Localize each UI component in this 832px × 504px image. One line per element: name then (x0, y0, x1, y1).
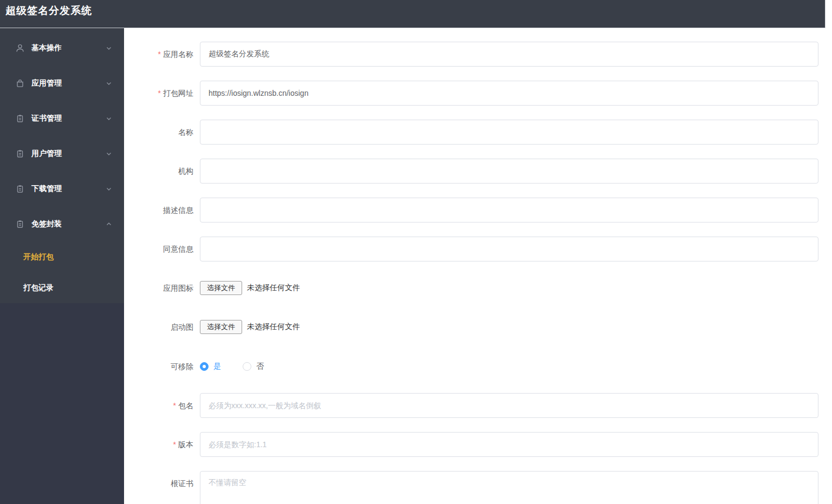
chevron-down-icon (106, 80, 112, 87)
package-name-input[interactable] (200, 393, 818, 418)
field-label: *打包网址 (124, 81, 200, 106)
radio-option-yes[interactable]: 是 (200, 362, 221, 371)
app-name-input[interactable] (200, 42, 818, 67)
form-row-package-url: *打包网址 (124, 81, 818, 106)
sidebar-subitem-label: 开始打包 (23, 252, 54, 262)
sidebar-item-label: 用户管理 (31, 149, 106, 159)
form-row-app-icon: 应用图标 选择文件 未选择任何文件 (124, 281, 818, 295)
radio-checked-icon (200, 362, 209, 371)
sidebar-item-label: 下载管理 (31, 184, 106, 194)
chevron-down-icon (106, 150, 112, 157)
root-cert-input[interactable] (200, 471, 818, 504)
form-row-root-cert: 根证书 (124, 471, 818, 504)
field-label: 描述信息 (124, 198, 200, 222)
form-row-version: *版本 (124, 432, 818, 457)
required-asterisk: * (173, 401, 176, 410)
description-input[interactable] (200, 198, 818, 222)
field-label: 机构 (124, 159, 200, 184)
form-row-name: 名称 (124, 120, 818, 145)
sidebar-subitem-package-records[interactable]: 打包记录 (0, 272, 124, 303)
main-content: *应用名称 *打包网址 名称 机构 描述信息 同意信息 应用图标 选择文件 (124, 28, 832, 504)
name-input[interactable] (200, 120, 818, 145)
clipboard-icon (15, 219, 25, 229)
form-row-organization: 机构 (124, 159, 818, 184)
chevron-down-icon (106, 45, 112, 51)
field-label: 应用图标 (124, 281, 200, 295)
chevron-down-icon (106, 115, 112, 122)
organization-input[interactable] (200, 159, 818, 184)
required-asterisk: * (158, 50, 161, 58)
radio-label: 否 (256, 362, 264, 371)
field-label: *版本 (124, 432, 200, 457)
field-label: 名称 (124, 120, 200, 145)
clipboard-icon (15, 149, 25, 159)
sidebar-item-label: 证书管理 (31, 114, 106, 123)
required-asterisk: * (173, 440, 176, 449)
sidebar-item-app-management[interactable]: 应用管理 (0, 66, 124, 101)
sidebar-item-label: 应用管理 (31, 78, 106, 88)
sidebar-subitem-start-package[interactable]: 开始打包 (0, 241, 124, 272)
package-url-input[interactable] (200, 81, 818, 106)
form-row-removable: 可移除 是 否 (124, 359, 818, 374)
form-row-package-name: *包名 (124, 393, 818, 418)
form-row-launch-image: 启动图 选择文件 未选择任何文件 (124, 320, 818, 334)
sidebar-menu: 基本操作 应用管理 证书管理 (0, 28, 124, 303)
file-status-text: 未选择任何文件 (247, 322, 300, 332)
user-icon (15, 43, 25, 53)
sidebar-subitem-label: 打包记录 (23, 283, 54, 293)
agreement-input[interactable] (200, 237, 818, 261)
sidebar: 基本操作 应用管理 证书管理 (0, 28, 124, 504)
sidebar-item-label: 免签封装 (31, 219, 106, 229)
required-asterisk: * (158, 89, 161, 97)
radio-label: 是 (213, 362, 221, 371)
choose-file-button[interactable]: 选择文件 (200, 281, 242, 295)
field-label: *包名 (124, 393, 200, 418)
version-input[interactable] (200, 432, 818, 457)
sidebar-item-download-management[interactable]: 下载管理 (0, 171, 124, 206)
field-label: 根证书 (124, 471, 200, 504)
field-label: 同意信息 (124, 237, 200, 261)
sidebar-item-cert-management[interactable]: 证书管理 (0, 101, 124, 136)
clipboard-icon (15, 114, 25, 123)
app-title: 超级签名分发系统 (5, 4, 92, 18)
file-status-text: 未选择任何文件 (247, 283, 300, 293)
chevron-down-icon (106, 186, 112, 192)
scrollbar-track[interactable] (825, 0, 832, 28)
chevron-up-icon (106, 221, 112, 227)
form-row-app-name: *应用名称 (124, 42, 818, 67)
sidebar-item-nosign-packaging[interactable]: 免签封装 (0, 206, 124, 241)
app-window: 超级签名分发系统 基本操作 应用管理 (0, 0, 832, 504)
radio-unchecked-icon (243, 362, 251, 371)
form-row-description: 描述信息 (124, 198, 818, 222)
field-label: 启动图 (124, 320, 200, 334)
bag-icon (15, 78, 25, 88)
field-label: 可移除 (124, 359, 200, 374)
choose-file-button[interactable]: 选择文件 (200, 320, 242, 334)
clipboard-icon (15, 184, 25, 194)
radio-option-no[interactable]: 否 (243, 362, 264, 371)
sidebar-item-label: 基本操作 (31, 43, 106, 53)
top-header: 超级签名分发系统 (0, 0, 832, 28)
sidebar-item-user-management[interactable]: 用户管理 (0, 136, 124, 171)
sidebar-item-basic-operations[interactable]: 基本操作 (0, 30, 124, 66)
field-label: *应用名称 (124, 42, 200, 67)
form-row-agreement: 同意信息 (124, 237, 818, 261)
